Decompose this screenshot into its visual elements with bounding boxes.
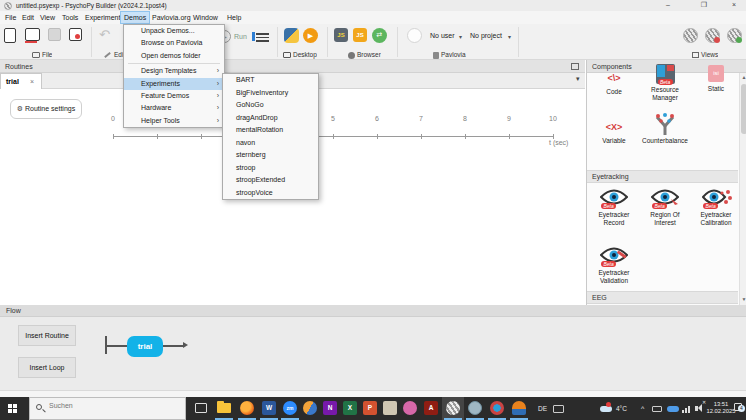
zoom-icon[interactable]: zm — [279, 397, 301, 420]
insert-loop-button[interactable]: Insert Loop — [18, 357, 76, 378]
routine-settings-button[interactable]: ⚙ Routine settings — [10, 99, 82, 119]
flow-node-trial[interactable]: trial — [127, 336, 163, 357]
action-center-icon[interactable]: 4 — [734, 402, 744, 414]
desktop-play-icon[interactable]: ▶ — [303, 28, 318, 43]
menu-file[interactable]: File — [2, 11, 19, 24]
menu-item-open-demos-folder[interactable]: Open demos folder — [124, 50, 224, 62]
submenu-item-navon[interactable]: navon — [223, 137, 318, 150]
excel-icon[interactable]: X — [339, 397, 361, 420]
start-button[interactable] — [0, 397, 28, 420]
psychopy-active-app-icon[interactable] — [442, 397, 464, 420]
scroll-up-icon[interactable]: ▲ — [740, 73, 746, 82]
menu-view[interactable]: View — [37, 11, 58, 24]
tab-list-chevron-icon[interactable]: ▾ — [576, 75, 580, 83]
tab-trial[interactable]: trial × — [0, 73, 42, 89]
menu-item-browse-on-pavlovia[interactable]: Browse on Pavlovia — [124, 37, 224, 49]
component-counterbalance[interactable]: Counterbalance — [641, 112, 689, 145]
wifi-icon[interactable] — [681, 397, 693, 420]
statue-app-icon[interactable] — [379, 397, 401, 420]
panel-maximize-icon[interactable] — [571, 63, 579, 70]
component-eyetracker-calibration[interactable]: Beta Eyetracker Calibration — [692, 188, 740, 227]
component-code[interactable]: <\> Code — [590, 64, 638, 96]
browser-sync-icon[interactable]: ⇄ — [372, 28, 387, 43]
submenu-item-stroopvoice[interactable]: stroopVoice — [223, 187, 318, 200]
powerpoint-icon[interactable]: P — [359, 397, 381, 420]
task-view-button[interactable] — [190, 397, 212, 420]
tray-chevron-icon[interactable]: ^ — [641, 397, 644, 420]
open-file-button[interactable] — [25, 28, 40, 41]
tray-keyboard-icon[interactable] — [652, 406, 662, 412]
submenu-item-bart[interactable]: BART — [223, 74, 318, 87]
chevron-down-icon[interactable]: ▾ — [459, 33, 462, 40]
chevron-down-icon[interactable]: ▾ — [508, 33, 511, 40]
menu-item-design-templates[interactable]: Design Templates› — [124, 65, 224, 77]
submenu-item-stroopextended[interactable]: stroopExtended — [223, 174, 318, 187]
submenu-item-draganddrop[interactable]: dragAndDrop — [223, 112, 318, 125]
menu-item-unpack-demos[interactable]: Unpack Demos... — [124, 25, 224, 37]
psychopy-eye-app-icon[interactable] — [486, 397, 508, 420]
scrollbar-thumb[interactable] — [741, 84, 746, 134]
menu-item-feature-demos[interactable]: Feature Demos› — [124, 90, 224, 102]
menu-experiment[interactable]: Experiment — [82, 11, 123, 24]
search-input[interactable] — [49, 402, 179, 409]
loupe-app-icon[interactable] — [464, 397, 486, 420]
component-eyetracker-record[interactable]: Beta Eyetracker Record — [590, 188, 638, 227]
submenu-item-stroop[interactable]: stroop — [223, 162, 318, 175]
scroll-down-icon[interactable]: ▼ — [740, 295, 746, 304]
onenote-icon[interactable]: N — [319, 397, 341, 420]
language-indicator[interactable]: DE — [538, 397, 547, 420]
menu-demos[interactable]: Demos — [120, 11, 150, 24]
pavlovia-user-dropdown[interactable]: No user — [430, 32, 455, 39]
submenu-item-bigfiveinventory[interactable]: BigFiveInventory — [223, 87, 318, 100]
builder-view-icon[interactable] — [705, 28, 720, 43]
taskbar-search[interactable] — [29, 397, 186, 420]
menu-edit[interactable]: Edit — [19, 11, 37, 24]
touch-keyboard-icon[interactable] — [553, 405, 564, 413]
weather-widget[interactable]: 4°C — [598, 397, 638, 420]
component-region-of-interest[interactable]: Beta Region Of Interest — [641, 188, 689, 227]
coder-view-icon[interactable] — [683, 28, 698, 43]
menu-item-hardware[interactable]: Hardware› — [124, 102, 224, 114]
acrobat-icon[interactable]: A — [420, 397, 442, 420]
undo-button[interactable]: ↶ — [99, 28, 110, 41]
menu-item-helper-tools[interactable]: Helper Tools› — [124, 115, 224, 127]
submenu-item-gonogo[interactable]: GoNoGo — [223, 99, 318, 112]
components-scrollbar[interactable]: ▲ ▼ — [739, 73, 746, 305]
component-variable[interactable]: <X> Variable — [590, 115, 638, 145]
component-static[interactable]: isi Static — [692, 65, 740, 93]
onedrive-icon[interactable] — [666, 397, 680, 420]
python-run-icon[interactable] — [284, 28, 299, 43]
component-resource-manager[interactable]: Beta Resource Manager — [641, 64, 689, 102]
tab-close-icon[interactable]: × — [30, 74, 34, 89]
pavlovia-project-dropdown[interactable]: No project — [470, 32, 502, 39]
save-as-button[interactable] — [69, 28, 82, 41]
menu-item-experiments[interactable]: Experiments› — [124, 78, 224, 90]
taskbar-clock[interactable]: 13:51 12.02.2025 — [706, 397, 736, 415]
submenu-item-sternberg[interactable]: sternberg — [223, 149, 318, 162]
section-eeg[interactable]: EEG — [587, 291, 738, 304]
menu-tools[interactable]: Tools — [59, 11, 81, 24]
menu-help[interactable]: Help — [224, 11, 244, 24]
insert-routine-button[interactable]: Insert Routine — [18, 325, 76, 346]
js-sync-icon[interactable]: JS — [353, 28, 367, 42]
section-eyetracking[interactable]: Eyetracking — [587, 170, 738, 183]
pink-app-icon[interactable] — [399, 397, 421, 420]
submenu-item-mentalrotation[interactable]: mentalRotation — [223, 124, 318, 137]
runner-settings-icon[interactable] — [256, 31, 269, 43]
minimize-button[interactable]: – — [660, 0, 676, 10]
word-icon[interactable]: W — [258, 397, 280, 420]
volume-muted-icon[interactable]: ✕ — [694, 397, 706, 420]
save-button[interactable] — [48, 28, 61, 41]
js-compile-icon[interactable]: JS — [334, 28, 348, 42]
menu-pavlovia-org[interactable]: Pavlovia.org — [149, 11, 194, 24]
swirl-app-icon[interactable] — [299, 397, 321, 420]
user-avatar[interactable] — [407, 28, 422, 43]
orange-app-icon[interactable] — [508, 397, 530, 420]
maximize-button[interactable]: ❐ — [696, 0, 712, 10]
new-file-button[interactable] — [4, 28, 16, 43]
firefox-icon[interactable] — [236, 397, 258, 420]
runner-view-icon[interactable] — [727, 28, 742, 43]
close-button[interactable]: × — [726, 0, 742, 10]
menu-window[interactable]: Window — [190, 11, 221, 24]
component-eyetracker-validation[interactable]: Beta Eyetracker Validation — [590, 246, 638, 285]
